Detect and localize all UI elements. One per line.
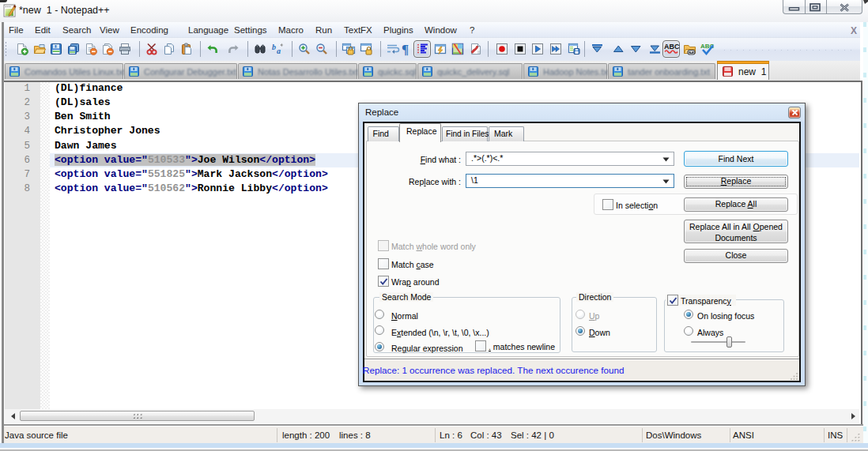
svg-text:b: b bbox=[272, 43, 276, 51]
svg-text:a: a bbox=[277, 47, 281, 55]
svg-text:¶: ¶ bbox=[402, 43, 409, 56]
svg-text:ABC: ABC bbox=[664, 43, 680, 51]
